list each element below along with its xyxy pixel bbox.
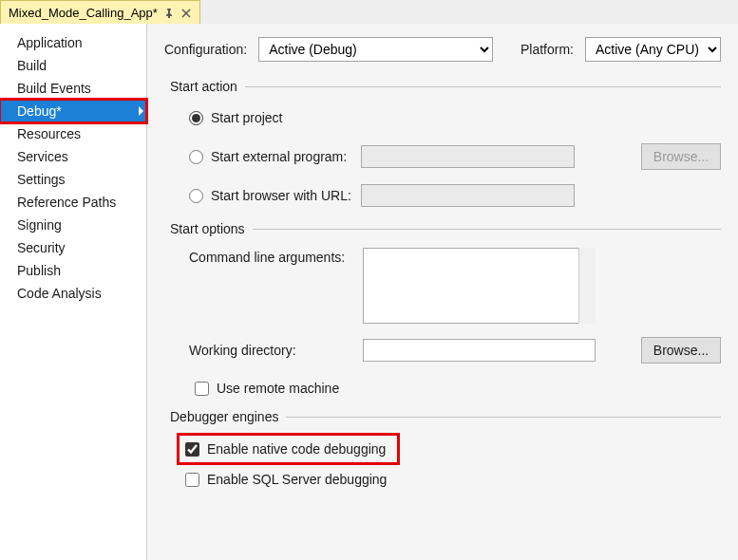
close-icon[interactable] bbox=[180, 8, 192, 19]
working-dir-input[interactable] bbox=[363, 339, 596, 362]
use-remote-checkbox[interactable] bbox=[195, 382, 209, 396]
tab-bar: Mixed_Mode_Calling_App* bbox=[0, 0, 738, 24]
browser-url-input bbox=[361, 184, 575, 207]
sidebar-item-signing[interactable]: Signing bbox=[0, 214, 146, 236]
section-start-action: Start action bbox=[170, 79, 721, 94]
sidebar: ApplicationBuildBuild EventsDebug*Resour… bbox=[0, 24, 147, 560]
property-page: Configuration: Active (Debug) Platform: … bbox=[147, 24, 738, 560]
sidebar-item-reference-paths[interactable]: Reference Paths bbox=[0, 191, 146, 214]
start-external-label: Start external program: bbox=[211, 149, 353, 164]
working-dir-label: Working directory: bbox=[189, 343, 355, 358]
sidebar-item-build[interactable]: Build bbox=[0, 54, 146, 77]
sidebar-item-publish[interactable]: Publish bbox=[0, 259, 146, 282]
enable-native-row: Enable native code debugging bbox=[180, 436, 397, 462]
pin-icon[interactable] bbox=[163, 8, 175, 19]
browse-working-dir-button[interactable]: Browse... bbox=[641, 337, 721, 364]
platform-dropdown[interactable]: Active (Any CPU) bbox=[585, 37, 721, 62]
section-debugger: Debugger engines bbox=[170, 409, 721, 424]
tab-title: Mixed_Mode_Calling_App* bbox=[9, 6, 158, 20]
start-browser-radio[interactable] bbox=[189, 189, 203, 203]
sidebar-item-resources[interactable]: Resources bbox=[0, 122, 146, 145]
enable-native-label: Enable native code debugging bbox=[207, 441, 386, 457]
document-tab[interactable]: Mixed_Mode_Calling_App* bbox=[0, 0, 200, 24]
cmd-args-label: Command line arguments: bbox=[189, 248, 355, 265]
start-browser-label: Start browser with URL: bbox=[211, 188, 353, 203]
platform-label: Platform: bbox=[520, 42, 574, 57]
sidebar-item-debug[interactable]: Debug* bbox=[0, 100, 146, 122]
external-program-input bbox=[361, 145, 575, 168]
browse-external-button: Browse... bbox=[641, 143, 721, 170]
sidebar-item-application[interactable]: Application bbox=[0, 31, 146, 54]
start-external-radio[interactable] bbox=[189, 150, 203, 164]
sidebar-item-code-analysis[interactable]: Code Analysis bbox=[0, 282, 146, 305]
enable-sql-row: Enable SQL Server debugging bbox=[180, 468, 721, 491]
enable-sql-label: Enable SQL Server debugging bbox=[207, 472, 387, 487]
use-remote-label: Use remote machine bbox=[217, 381, 339, 396]
sidebar-item-build-events[interactable]: Build Events bbox=[0, 77, 146, 100]
section-start-options: Start options bbox=[170, 221, 721, 236]
sidebar-item-services[interactable]: Services bbox=[0, 145, 146, 168]
sidebar-item-settings[interactable]: Settings bbox=[0, 168, 146, 191]
enable-sql-checkbox[interactable] bbox=[185, 473, 199, 487]
configuration-dropdown[interactable]: Active (Debug) bbox=[258, 37, 493, 62]
sidebar-item-security[interactable]: Security bbox=[0, 236, 146, 259]
configuration-label: Configuration: bbox=[164, 42, 247, 57]
enable-native-checkbox[interactable] bbox=[185, 442, 199, 457]
cmd-args-textarea[interactable] bbox=[363, 248, 596, 324]
start-project-radio[interactable] bbox=[189, 111, 203, 125]
config-row: Configuration: Active (Debug) Platform: … bbox=[164, 37, 721, 62]
start-project-label: Start project bbox=[211, 110, 282, 125]
